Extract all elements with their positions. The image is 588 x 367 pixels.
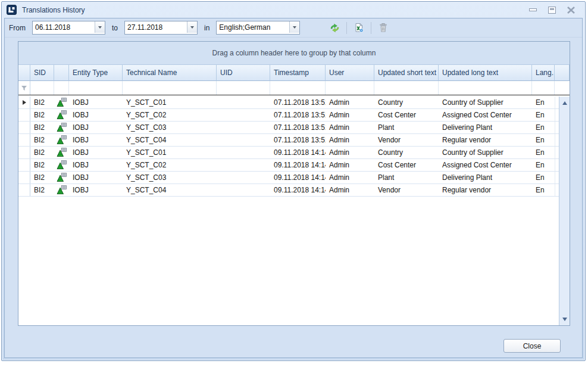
cell-technical-name[interactable]: Y_SCT_C01 [123,97,217,108]
table-row[interactable]: BI2 IOBJ Y_SCT_C03 07.11.2018 13:51 Admi… [18,122,559,134]
filter-cell-technical-name[interactable] [123,81,217,95]
column-header-technical-name[interactable]: Technical Name [123,65,217,81]
cell-sid[interactable]: BI2 [30,134,54,146]
table-row[interactable]: BI2 IOBJ Y_SCT_C01 09.11.2018 14:14 Admi… [18,147,559,159]
cell-lang[interactable]: En [532,159,555,171]
cell-lang[interactable]: En [532,109,555,121]
table-row[interactable]: BI2 IOBJ Y_SCT_C01 07.11.2018 13:51 Admi… [18,97,559,109]
cell-lang[interactable]: En [532,172,555,184]
filter-cell-user[interactable] [326,81,374,95]
titlebar[interactable]: Translations History [2,2,585,18]
cell-entity-icon[interactable] [54,159,69,171]
cell-technical-name[interactable]: Y_SCT_C02 [123,109,217,121]
cell-entity-icon[interactable] [54,97,69,108]
cell-uid[interactable] [217,134,270,146]
cell-entity-icon[interactable] [54,184,69,196]
table-row[interactable]: BI2 IOBJ Y_SCT_C04 07.11.2018 13:51 Admi… [18,134,559,147]
cell-uid[interactable] [217,122,270,133]
cell-lang[interactable]: En [532,184,555,196]
cell-updated-short-text[interactable]: Cost Center [374,109,439,121]
column-header-timestamp[interactable]: Timestamp [270,65,326,81]
cell-user[interactable]: Admin [326,134,374,146]
column-header-updated-long-text[interactable]: Updated long text [439,65,532,81]
cell-technical-name[interactable]: Y_SCT_C02 [123,159,217,171]
column-header-sid[interactable]: SID [30,65,54,81]
column-header-entity-type[interactable]: Entity Type [69,65,123,81]
table-row[interactable]: BI2 IOBJ Y_SCT_C02 07.11.2018 13:51 Admi… [18,109,559,122]
cell-updated-long-text[interactable]: Regular vendor [439,134,532,146]
cell-updated-short-text[interactable]: Plant [374,172,439,184]
cell-entity-icon[interactable] [54,134,69,146]
cell-timestamp[interactable]: 09.11.2018 14:14 [270,147,326,158]
cell-technical-name[interactable]: Y_SCT_C03 [123,172,217,184]
cell-updated-long-text[interactable]: Delivering Plant [439,122,532,133]
table-row[interactable]: BI2 IOBJ Y_SCT_C03 09.11.2018 14:14 Admi… [18,172,559,184]
cell-uid[interactable] [217,172,270,184]
cell-sid[interactable]: BI2 [30,109,54,121]
maximize-button[interactable] [547,6,556,14]
group-by-panel[interactable]: Drag a column header here to group by th… [18,42,570,65]
cell-user[interactable]: Admin [326,184,374,196]
filter-cell-entity-type[interactable] [69,81,123,95]
filter-cell-updated-short-text[interactable] [374,81,439,95]
table-row[interactable]: BI2 IOBJ Y_SCT_C02 09.11.2018 14:14 Admi… [18,159,559,172]
cell-timestamp[interactable]: 09.11.2018 14:14 [270,159,326,171]
cell-entity-type[interactable]: IOBJ [69,172,123,184]
cell-lang[interactable]: En [532,122,555,133]
cell-timestamp[interactable]: 09.11.2018 14:14 [270,184,326,196]
cell-updated-short-text[interactable]: Country [374,97,439,108]
cell-entity-type[interactable]: IOBJ [69,109,123,121]
cell-updated-short-text[interactable]: Vendor [374,184,439,196]
column-header-updated-short-text[interactable]: Updated short text [374,65,439,81]
cell-technical-name[interactable]: Y_SCT_C04 [123,134,217,146]
vertical-scrollbar[interactable] [559,97,570,325]
close-window-button[interactable] [566,6,576,14]
from-date-dropdown-button[interactable] [95,21,105,33]
cell-updated-long-text[interactable]: Assigned Cost Center [439,109,532,121]
cell-uid[interactable] [217,159,270,171]
cell-entity-icon[interactable] [54,172,69,184]
cell-uid[interactable] [217,184,270,196]
to-date-input[interactable] [125,21,187,33]
cell-entity-icon[interactable] [54,147,69,158]
cell-updated-short-text[interactable]: Country [374,147,439,158]
delete-button[interactable] [376,21,390,35]
cell-timestamp[interactable]: 07.11.2018 13:51 [270,97,326,108]
cell-uid[interactable] [217,147,270,158]
cell-user[interactable]: Admin [326,109,374,121]
cell-entity-icon[interactable] [54,122,69,133]
cell-updated-long-text[interactable]: Country of Supplier [439,147,532,158]
cell-entity-type[interactable]: IOBJ [69,97,123,108]
cell-user[interactable]: Admin [326,172,374,184]
cell-timestamp[interactable]: 07.11.2018 13:51 [270,109,326,121]
cell-entity-type[interactable]: IOBJ [69,159,123,171]
cell-sid[interactable]: BI2 [30,97,54,108]
cell-updated-long-text[interactable]: Country of Supplier [439,97,532,108]
column-header-uid[interactable]: UID [217,65,270,81]
scroll-up-button[interactable] [559,98,570,108]
cell-technical-name[interactable]: Y_SCT_C01 [123,147,217,158]
language-dropdown-button[interactable] [289,21,299,33]
cell-sid[interactable]: BI2 [30,159,54,171]
cell-timestamp[interactable]: 07.11.2018 13:51 [270,134,326,146]
column-header-lang[interactable]: Lang. [532,65,555,81]
filter-cell-entity-icon[interactable] [54,81,69,95]
cell-uid[interactable] [217,97,270,108]
column-header-user[interactable]: User [326,65,374,81]
cell-entity-type[interactable]: IOBJ [69,122,123,133]
cell-lang[interactable]: En [532,97,555,108]
filter-cell-sid[interactable] [30,81,54,95]
filter-cell-uid[interactable] [217,81,270,95]
language-input[interactable] [217,21,289,33]
cell-user[interactable]: Admin [326,97,374,108]
cell-sid[interactable]: BI2 [30,184,54,196]
cell-user[interactable]: Admin [326,159,374,171]
cell-sid[interactable]: BI2 [30,122,54,133]
cell-user[interactable]: Admin [326,122,374,133]
filter-cell-updated-long-text[interactable] [439,81,532,95]
to-date-dropdown-button[interactable] [187,21,197,33]
cell-updated-short-text[interactable]: Cost Center [374,159,439,171]
cell-updated-long-text[interactable]: Delivering Plant [439,172,532,184]
minimize-button[interactable] [528,6,537,14]
cell-lang[interactable]: En [532,134,555,146]
